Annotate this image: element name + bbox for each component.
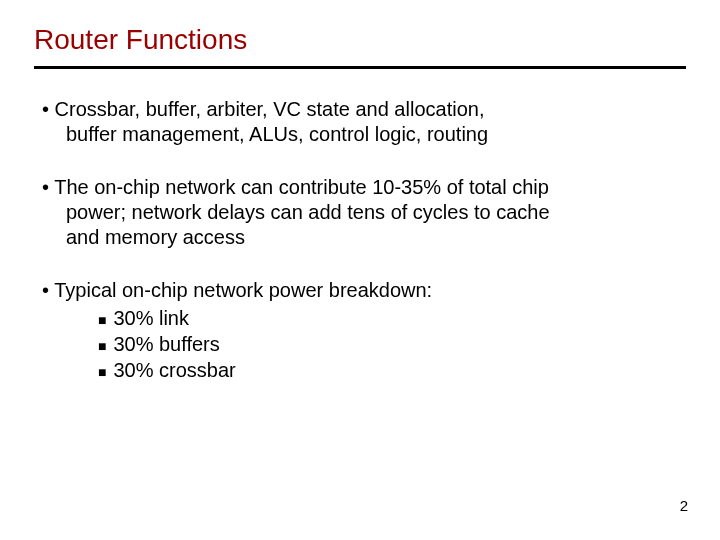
slide: Router Functions • Crossbar, buffer, arb… (0, 0, 720, 540)
bullet-2-line-3: and memory access (42, 225, 686, 250)
bullet-3-line-1: • Typical on-chip network power breakdow… (42, 279, 432, 301)
square-bullet-icon: ■ (98, 311, 113, 329)
bullet-1-line-2: buffer management, ALUs, control logic, … (42, 122, 686, 147)
title-divider (34, 66, 686, 69)
slide-title: Router Functions (34, 24, 686, 56)
subitem-2-text: 30% buffers (113, 333, 219, 355)
page-number: 2 (680, 497, 688, 514)
square-bullet-icon: ■ (98, 337, 113, 355)
slide-content: • Crossbar, buffer, arbiter, VC state an… (34, 97, 686, 383)
square-bullet-icon: ■ (98, 363, 113, 381)
bullet-2-line-1: • The on-chip network can contribute 10-… (42, 176, 549, 198)
sublist: ■30% link ■30% buffers ■30% crossbar (42, 305, 686, 383)
subitem-3-text: 30% crossbar (113, 359, 235, 381)
subitem-2: ■30% buffers (98, 331, 686, 357)
bullet-1: • Crossbar, buffer, arbiter, VC state an… (42, 97, 686, 147)
bullet-3: • Typical on-chip network power breakdow… (42, 278, 686, 383)
bullet-1-line-1: • Crossbar, buffer, arbiter, VC state an… (42, 98, 484, 120)
bullet-2-line-2: power; network delays can add tens of cy… (42, 200, 686, 225)
subitem-3: ■30% crossbar (98, 357, 686, 383)
subitem-1-text: 30% link (113, 307, 189, 329)
bullet-2: • The on-chip network can contribute 10-… (42, 175, 686, 250)
subitem-1: ■30% link (98, 305, 686, 331)
